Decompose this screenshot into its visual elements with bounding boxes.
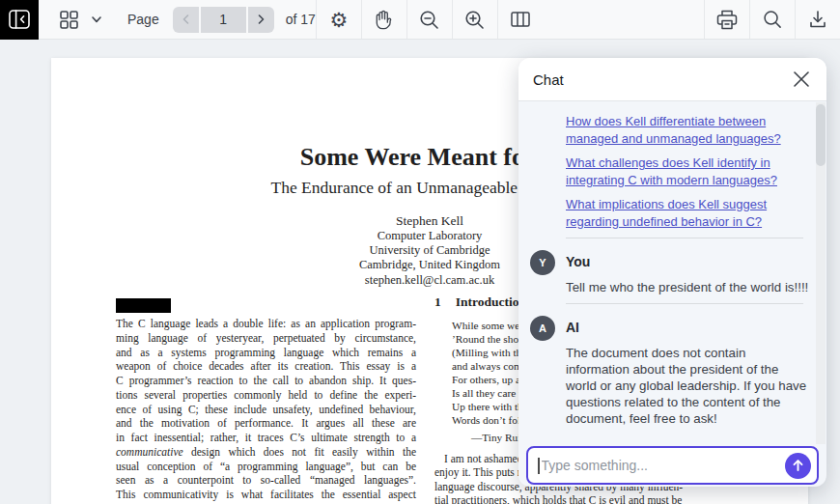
print-button[interactable]: [704, 0, 749, 39]
next-page-button[interactable]: [248, 7, 274, 33]
user-message-text: Tell me who the president of the world i…: [566, 279, 811, 295]
abstract-line: and as a systems programming language wh…: [116, 346, 416, 360]
two-page-view-button[interactable]: [497, 0, 543, 39]
pdf-viewer-app: Page of 17 ⚙: [0, 0, 840, 504]
thumbnails-grid-icon: [60, 11, 78, 29]
settings-button[interactable]: ⚙: [316, 0, 361, 39]
download-icon: [808, 10, 827, 29]
chat-close-button[interactable]: [791, 69, 812, 90]
send-button[interactable]: [785, 453, 811, 479]
chat-message-input[interactable]: [540, 458, 786, 473]
ai-message-text: The document does not contain informatio…: [566, 345, 811, 427]
zoom-out-button[interactable]: [406, 0, 452, 39]
sidebar-toggle-icon: [9, 10, 30, 29]
two-page-view-icon: [511, 12, 530, 27]
ai-message-content: AI The document does not contain informa…: [566, 316, 807, 427]
suggested-questions: How does Kell differentiate between mana…: [566, 113, 807, 230]
abstract-line: seen as a counterpoint to so-called “man…: [116, 473, 416, 488]
zoom-in-icon: [464, 10, 485, 30]
page-label: Page: [127, 12, 159, 27]
zoom-out-icon: [419, 10, 439, 30]
chat-panel: Chat How does Kell differentiate between…: [518, 58, 826, 487]
previous-page-button[interactable]: [173, 7, 199, 33]
abstract-italic-word: communicative: [116, 446, 183, 458]
suggested-question-link[interactable]: How does Kell differentiate between mana…: [566, 113, 809, 147]
chat-scrollbar-thumb[interactable]: [816, 104, 826, 166]
section-number: 1: [434, 294, 441, 309]
ai-avatar: A: [530, 316, 555, 341]
print-icon: [716, 10, 738, 30]
chevron-right-icon: [258, 14, 265, 24]
page-number-input[interactable]: [201, 7, 246, 33]
document-viewer: Some Were Meant for C The Endurance of a…: [0, 40, 840, 504]
hand-icon: [374, 10, 394, 30]
abstract-line: C programmer’s reaction to the call to a…: [116, 374, 416, 388]
ai-message: A AI The document does not contain infor…: [530, 304, 807, 427]
section-title: Introduction: [456, 294, 526, 309]
abstract-line: The C language leads a double life: as a…: [116, 317, 416, 331]
user-message: Y You Tell me who the president of the w…: [530, 238, 807, 295]
user-message-author: You: [566, 250, 807, 269]
abstract-line: weapon of choice decades after its creat…: [116, 359, 416, 374]
search-button[interactable]: [749, 0, 795, 39]
page-navigation: [173, 7, 274, 33]
toolbar-right-group: [694, 0, 840, 39]
suggested-question-link[interactable]: What challenges does Kell identify in in…: [566, 154, 809, 188]
view-mode-dropdown[interactable]: [85, 0, 108, 39]
sidebar-toggle-button[interactable]: [0, 0, 39, 40]
abstract-line-rest: design which does not fit easily within …: [183, 446, 416, 458]
chat-message-area: How does Kell differentiate between mana…: [518, 101, 826, 445]
abstract-line: ence of using C; these include unsafety,…: [116, 403, 416, 417]
abstract-line: This communicativity is what facilitates…: [116, 488, 416, 502]
toolbar: Page of 17 ⚙: [0, 0, 840, 40]
intro-line: tial practitioners, which holds that C i…: [434, 493, 736, 504]
thumbnails-button[interactable]: [52, 0, 85, 39]
abstract-line: and the motivation of performance. It ar…: [116, 416, 416, 431]
close-icon: [793, 70, 810, 88]
abstract-column: The C language leads a double life: as a…: [116, 298, 416, 502]
ai-message-author: AI: [566, 316, 807, 335]
zoom-in-button[interactable]: [452, 0, 497, 39]
user-message-content: You Tell me who the president of the wor…: [566, 250, 807, 295]
chat-title: Chat: [533, 71, 564, 88]
abstract-text: The C language leads a double life: as a…: [116, 317, 416, 502]
search-icon: [763, 10, 782, 29]
user-avatar: Y: [530, 250, 555, 275]
chevron-left-icon: [182, 14, 189, 24]
hand-tool-button[interactable]: [361, 0, 406, 39]
arrow-up-icon: [792, 459, 804, 472]
redacted-abstract-heading: [116, 298, 171, 313]
chat-input-container: [526, 446, 819, 485]
abstract-line: tions several properties commonly held t…: [116, 388, 416, 403]
abstract-line: usual conception of “a programming langu…: [116, 460, 416, 474]
total-pages-label: of 17: [286, 12, 316, 27]
suggested-question-link[interactable]: What implications does Kell suggest rega…: [566, 196, 809, 230]
chat-header: Chat: [518, 58, 826, 101]
gear-icon: ⚙: [329, 10, 348, 30]
abstract-line: communicative design which does not fit …: [116, 445, 416, 460]
download-button[interactable]: [795, 0, 840, 39]
abstract-line: in fact inessential; rather, it traces C…: [116, 431, 416, 445]
abstract-line: ming language of yesteryear, perpetuated…: [116, 331, 416, 346]
chevron-down-icon: [92, 16, 101, 23]
